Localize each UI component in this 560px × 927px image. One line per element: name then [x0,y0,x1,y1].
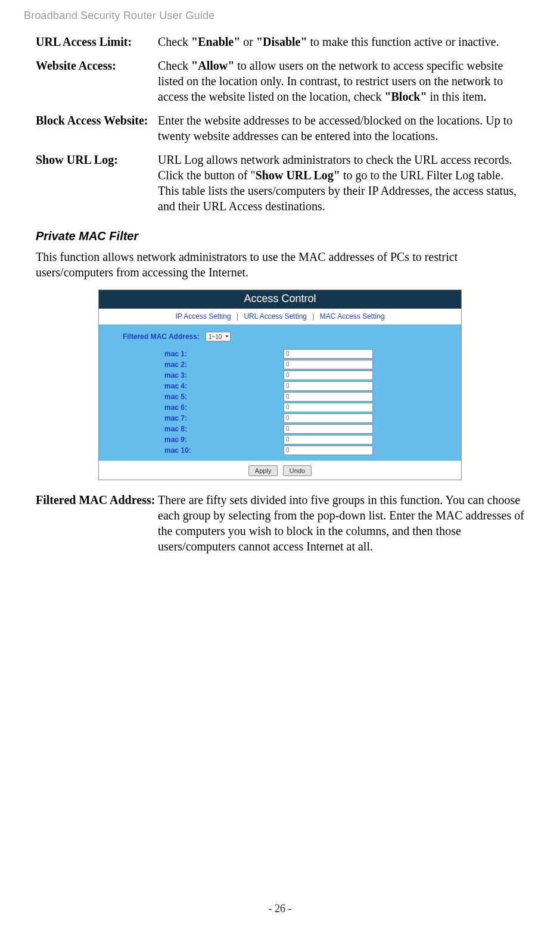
mac-row-label: mac 2: [164,360,284,369]
definition-label: Filtered MAC Address: [36,492,158,554]
undo-button[interactable]: Undo [283,465,312,476]
mac-row-label: mac 7: [164,414,284,422]
definition-text: There are fifty sets divided into five g… [158,493,524,553]
mac-row: mac 2:0 [164,359,461,370]
definition-label: URL Access Limit: [36,34,158,49]
definition-text: "Enable" [191,35,240,48]
definition-text: Show URL Log" [256,169,340,182]
mac-input[interactable]: 0 [284,446,373,455]
mac-row-label: mac 4: [164,382,284,390]
page-number: - 26 - [0,903,560,915]
definition-text: "Allow" [191,59,234,72]
filtered-mac-select[interactable]: 1~10 [206,332,231,341]
mac-row-label: mac 5: [164,393,284,401]
filtered-mac-value: 1~10 [209,334,222,340]
mac-row: mac 4:0 [164,381,461,391]
definition-body: Enter the website addresses to be access… [158,113,524,144]
definition-text: in this item. [427,90,487,103]
definition-label: Show URL Log: [36,152,158,214]
mac-input[interactable]: 0 [284,413,373,423]
mac-row: mac 6:0 [164,402,461,413]
mac-row: mac 1:0 [164,349,461,359]
mac-row-label: mac 8: [164,425,284,433]
definition-row: Website Access:Check "Allow" to allow us… [36,58,524,104]
mac-row-label: mac 6: [164,403,284,412]
access-control-figure: Access Control IP Access Setting | URL A… [98,290,462,480]
mac-input[interactable]: 0 [284,392,373,402]
mac-input[interactable]: 0 [284,435,373,444]
section-intro: This function allows network administrat… [36,249,524,280]
definition-row: Block Access Website:Enter the website a… [36,113,524,144]
mac-row-label: mac 10: [164,446,284,455]
section-title: Private MAC Filter [36,229,524,243]
mac-row: mac 7:0 [164,413,461,424]
definition-text: Enter the website addresses to be access… [158,114,512,142]
definition-row: URL Access Limit:Check "Enable" or "Disa… [36,34,524,49]
definition-body: Check "Enable" or "Disable" to make this… [158,34,524,49]
mac-row: mac 3:0 [164,370,461,381]
figure-tabs: IP Access Setting | URL Access Setting |… [99,309,461,325]
tab-separator: | [237,312,238,321]
definition-label: Block Access Website: [36,113,158,144]
chevron-down-icon [225,335,229,338]
definition-body: URL Log allows network administrators to… [158,152,524,214]
mac-row: mac 5:0 [164,391,461,402]
tab-separator: | [312,312,314,321]
mac-row-label: mac 9: [164,435,284,444]
definition-body: Check "Allow" to allow users on the netw… [158,58,524,104]
mac-input[interactable]: 0 [284,381,373,391]
definition-text: or [240,35,256,48]
definition-text: to make this function active or inactive… [307,35,499,48]
tab-ip-access[interactable]: IP Access Setting [175,312,231,321]
mac-input[interactable]: 0 [284,360,373,369]
mac-row: mac 8:0 [164,424,461,434]
definition-text: Check [158,59,191,72]
definition-row: Filtered MAC Address:There are fifty set… [36,492,524,554]
definition-label: Website Access: [36,58,158,104]
definition-text: "Block" [384,90,427,103]
definition-text: "Disable" [256,35,307,48]
definition-text: Check [158,35,191,48]
definition-row: Show URL Log:URL Log allows network admi… [36,152,524,214]
filtered-mac-label: Filtered MAC Address: [123,332,200,341]
mac-input[interactable]: 0 [284,371,373,380]
apply-button[interactable]: Apply [248,465,278,476]
mac-row: mac 9:0 [164,434,461,445]
figure-title: Access Control [99,290,461,309]
tab-url-access[interactable]: URL Access Setting [244,312,307,321]
mac-input[interactable]: 0 [284,424,373,434]
mac-input[interactable]: 0 [284,349,373,359]
mac-input[interactable]: 0 [284,403,373,412]
mac-row-label: mac 3: [164,371,284,379]
definition-body: There are fifty sets divided into five g… [158,492,524,554]
mac-row-label: mac 1: [164,350,284,358]
tab-mac-access[interactable]: MAC Access Setting [320,312,385,321]
page-header: Broadband Security Router User Guide [24,10,536,22]
mac-row: mac 10:0 [164,445,461,456]
